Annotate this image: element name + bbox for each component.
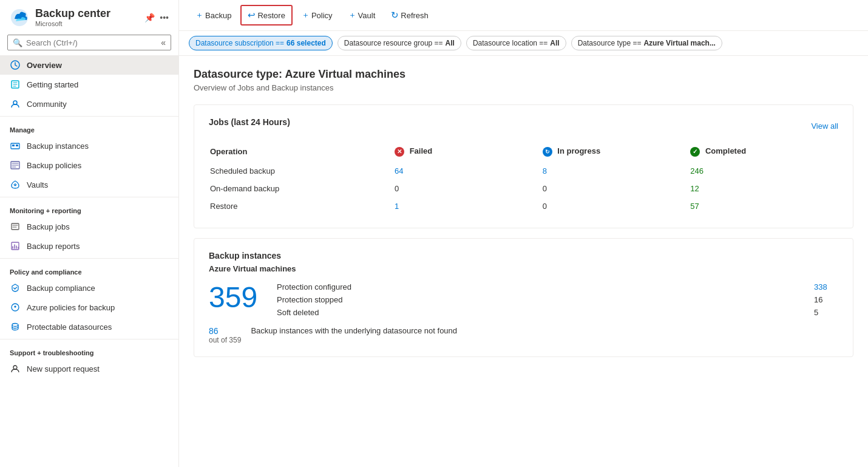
col-failed-label: Failed bbox=[410, 146, 433, 155]
policy-label: Policy bbox=[311, 11, 333, 20]
search-input[interactable] bbox=[26, 38, 157, 47]
col-header-operation: Operation bbox=[210, 144, 393, 162]
page-title: Datasource type: Azure Virtual machines bbox=[194, 68, 853, 81]
sidebar-item-label: Backup compliance bbox=[27, 284, 95, 293]
sidebar-item-backup-reports[interactable]: Backup reports bbox=[0, 236, 178, 256]
sidebar-item-new-support[interactable]: New support request bbox=[0, 359, 178, 378]
jobs-table: Operation ✕ Failed ↻ In progress ✓ Compl… bbox=[209, 143, 838, 216]
filter-value-type: Azure Virtual mach... bbox=[643, 39, 715, 47]
restore-button[interactable]: ↩ Restore bbox=[240, 5, 293, 26]
filter-label-subscription: Datasource subscription == bbox=[195, 39, 284, 47]
collapse-button[interactable]: « bbox=[161, 38, 166, 47]
completed-val-2[interactable]: 57 bbox=[690, 202, 699, 211]
instances-footer-num[interactable]: 86 bbox=[209, 326, 241, 336]
filter-resource-group[interactable]: Datasource resource group == All bbox=[337, 36, 461, 50]
row-failed-1: 0 bbox=[395, 180, 541, 197]
filter-bar: Datasource subscription == 66 selected D… bbox=[179, 31, 868, 56]
failed-val-0[interactable]: 64 bbox=[395, 166, 403, 176]
inprogress-val-0[interactable]: 8 bbox=[543, 166, 547, 176]
filter-location[interactable]: Datasource location == All bbox=[466, 36, 566, 50]
filter-subscription[interactable]: Datasource subscription == 66 selected bbox=[189, 36, 333, 50]
instances-row-1: Protection stopped 16 bbox=[277, 293, 838, 306]
refresh-label: Refresh bbox=[401, 11, 429, 20]
completed-val-0[interactable]: 246 bbox=[690, 166, 704, 176]
sidebar-item-backup-policies[interactable]: Backup policies bbox=[0, 155, 178, 175]
sidebar-item-backup-instances[interactable]: Backup instances bbox=[0, 136, 178, 155]
refresh-icon: ↻ bbox=[391, 10, 399, 21]
overview-icon bbox=[10, 60, 21, 70]
divider-support bbox=[0, 339, 178, 339]
sidebar-item-vaults[interactable]: Vaults bbox=[0, 175, 178, 194]
backup-button[interactable]: ＋ Backup bbox=[189, 5, 238, 25]
failed-val-2[interactable]: 1 bbox=[395, 202, 399, 211]
failed-val-1: 0 bbox=[395, 184, 399, 193]
pin-icon[interactable]: 📌 bbox=[144, 13, 155, 22]
getting-started-icon bbox=[10, 79, 21, 90]
sidebar-item-label: Overview bbox=[27, 61, 62, 70]
sidebar-item-label: Backup instances bbox=[27, 141, 89, 151]
more-icon[interactable]: ••• bbox=[160, 13, 169, 22]
sidebar-item-overview[interactable]: Overview bbox=[0, 55, 178, 75]
filter-value-subscription: 66 selected bbox=[287, 39, 326, 47]
row-completed-1: 12 bbox=[690, 180, 837, 197]
sidebar-item-protectable-datasources[interactable]: Protectable datasources bbox=[0, 317, 178, 336]
sidebar-item-azure-policies[interactable]: Azure policies for backup bbox=[0, 298, 178, 317]
vaults-icon bbox=[10, 179, 21, 190]
filter-value-location: All bbox=[550, 39, 559, 47]
sidebar-item-backup-jobs[interactable]: Backup jobs bbox=[0, 217, 178, 236]
row-operation-2: Restore bbox=[210, 198, 393, 214]
instances-row-val-1: 16 bbox=[814, 295, 838, 304]
app-subtitle: Microsoft bbox=[35, 20, 138, 27]
jobs-header: Jobs (last 24 Hours) View all bbox=[209, 117, 838, 134]
instances-row-label-0: Protection configured bbox=[277, 282, 814, 291]
vault-button[interactable]: ＋ Vault bbox=[342, 5, 382, 25]
row-completed-2: 57 bbox=[690, 198, 837, 214]
filter-type[interactable]: Datasource type == Azure Virtual mach... bbox=[571, 36, 722, 50]
col-header-failed: ✕ Failed bbox=[395, 144, 541, 162]
backup-vm-title: Azure Virtual machines bbox=[209, 264, 838, 273]
app-title-block: Backup center Microsoft bbox=[35, 7, 138, 27]
sidebar-item-community[interactable]: Community bbox=[0, 94, 178, 114]
instances-footer-left: 86 out of 359 bbox=[209, 326, 241, 344]
backup-instances-card-title: Backup instances bbox=[209, 251, 838, 261]
sidebar-header: Backup center Microsoft 📌 ••• bbox=[0, 0, 178, 32]
svg-rect-8 bbox=[12, 223, 19, 230]
instances-row-0: Protection configured 338 bbox=[277, 281, 838, 293]
divider-policy bbox=[0, 258, 178, 259]
sidebar-item-backup-compliance[interactable]: Backup compliance bbox=[0, 278, 178, 298]
content-area: Datasource type: Azure Virtual machines … bbox=[179, 56, 868, 467]
row-inprogress-0: 8 bbox=[543, 163, 690, 179]
sidebar-item-getting-started[interactable]: Getting started bbox=[0, 75, 178, 94]
instances-row-label-2: Soft deleted bbox=[277, 308, 814, 317]
inprogress-val-2: 0 bbox=[543, 202, 547, 211]
svg-point-11 bbox=[12, 324, 18, 327]
instances-row-val-0[interactable]: 338 bbox=[814, 282, 838, 291]
filter-value-rg: All bbox=[446, 39, 455, 47]
protectable-datasources-icon bbox=[10, 321, 21, 332]
vault-plus-icon: ＋ bbox=[348, 10, 356, 21]
refresh-button[interactable]: ↻ Refresh bbox=[384, 5, 435, 25]
completed-val-1[interactable]: 12 bbox=[690, 184, 699, 193]
policy-button[interactable]: ＋ Policy bbox=[295, 5, 339, 25]
instances-footer-desc: Backup instances with the underlying dat… bbox=[251, 326, 457, 335]
sidebar-item-label: Protectable datasources bbox=[27, 322, 112, 332]
sidebar-item-label: Backup policies bbox=[27, 161, 81, 170]
instances-row-2: Soft deleted 5 bbox=[277, 306, 838, 319]
instances-count[interactable]: 359 bbox=[209, 281, 257, 312]
main-content: ＋ Backup ↩ Restore ＋ Policy ＋ Vault ↻ Re… bbox=[179, 0, 868, 467]
backup-policies-icon bbox=[10, 160, 21, 171]
view-all-link[interactable]: View all bbox=[811, 121, 838, 131]
table-row: Scheduled backup 64 8 246 bbox=[210, 163, 837, 179]
row-inprogress-2: 0 bbox=[543, 198, 690, 214]
failed-status-icon: ✕ bbox=[395, 147, 404, 157]
restore-label: Restore bbox=[257, 11, 285, 20]
col-header-inprogress: ↻ In progress bbox=[543, 144, 690, 162]
support-icon bbox=[10, 363, 21, 374]
sidebar-item-label: New support request bbox=[27, 364, 100, 373]
col-header-completed: ✓ Completed bbox=[690, 144, 837, 162]
table-row: On-demand backup 0 0 12 bbox=[210, 180, 837, 197]
col-completed-label: Completed bbox=[705, 146, 746, 155]
row-failed-0: 64 bbox=[395, 163, 541, 179]
backup-label: Backup bbox=[205, 11, 231, 20]
monitoring-section-label: Monitoring + reporting bbox=[0, 200, 178, 217]
